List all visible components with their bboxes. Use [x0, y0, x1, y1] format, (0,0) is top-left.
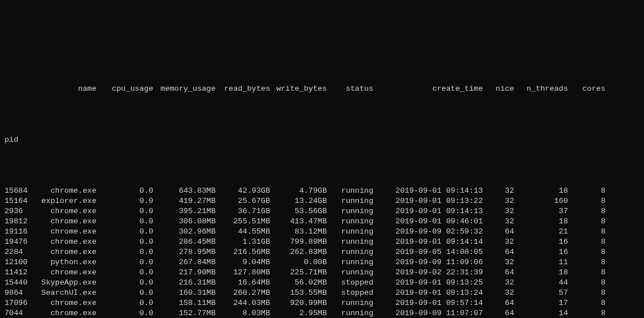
cell-cpu-usage: 0.0 — [96, 268, 153, 278]
cell-nice: 64 — [483, 298, 514, 308]
cell-cores: 8 — [568, 237, 605, 247]
col-header-memory-usage: memory_usage — [153, 84, 216, 94]
cell-cores: 8 — [568, 186, 605, 196]
cell-read-bytes: 255.51MB — [216, 217, 270, 227]
cell-memory-usage: 286.45MB — [153, 237, 216, 247]
cell-write-bytes: 83.12MB — [270, 227, 327, 237]
cell-memory-usage: 158.11MB — [153, 298, 216, 308]
cell-n-threads: 37 — [514, 206, 568, 217]
table-row: 2284chrome.exe0.0278.95MB216.56MB262.83M… — [5, 247, 639, 257]
cell-cpu-usage: 0.0 — [96, 227, 153, 237]
table-row: 19476chrome.exe0.0286.45MB1.31GB799.89MB… — [5, 237, 639, 247]
cell-nice: 64 — [483, 308, 514, 318]
cell-cpu-usage: 0.0 — [96, 257, 153, 268]
cell-memory-usage: 267.84MB — [153, 257, 216, 268]
cell-memory-usage: 643.83MB — [153, 186, 216, 196]
index-label-row: pid — [5, 135, 639, 145]
cell-name: chrome.exe — [32, 227, 96, 237]
cell-write-bytes: 53.56GB — [270, 206, 327, 217]
col-header-cpu-usage: cpu_usage — [96, 84, 153, 94]
cell-memory-usage: 306.08MB — [153, 217, 216, 227]
cell-status: running — [327, 308, 373, 318]
cell-name: python.exe — [32, 257, 96, 268]
cell-cpu-usage: 0.0 — [96, 237, 153, 247]
cell-read-bytes: 36.71GB — [216, 206, 270, 217]
cell-cpu-usage: 0.0 — [96, 186, 153, 196]
cell-write-bytes: 413.47MB — [270, 217, 327, 227]
cell-create-time: 2019-09-01 09:14:13 — [373, 206, 483, 217]
cell-cpu-usage: 0.0 — [96, 308, 153, 318]
cell-name: explorer.exe — [32, 196, 96, 206]
cell-write-bytes: 153.55MB — [270, 288, 327, 298]
cell-pid: 2936 — [5, 206, 32, 217]
cell-n-threads: 17 — [514, 298, 568, 308]
cell-cpu-usage: 0.0 — [96, 206, 153, 217]
cell-pid: 17096 — [5, 298, 32, 308]
cell-n-threads: 44 — [514, 278, 568, 288]
cell-cores: 8 — [568, 206, 605, 217]
cell-read-bytes: 244.03MB — [216, 298, 270, 308]
cell-pid: 11412 — [5, 268, 32, 278]
cell-name: chrome.exe — [32, 217, 96, 227]
cell-write-bytes: 799.89MB — [270, 237, 327, 247]
cell-pid: 9864 — [5, 288, 32, 298]
cell-pid: 12100 — [5, 257, 32, 268]
table-row: 15164explorer.exe0.0419.27MB25.67GB13.24… — [5, 196, 639, 206]
cell-memory-usage: 217.90MB — [153, 268, 216, 278]
cell-cpu-usage: 0.0 — [96, 288, 153, 298]
cell-pid: 19812 — [5, 217, 32, 227]
cell-cores: 8 — [568, 268, 605, 278]
cell-name: SearchUI.exe — [32, 288, 96, 298]
cell-read-bytes: 260.27MB — [216, 288, 270, 298]
cell-memory-usage: 152.77MB — [153, 308, 216, 318]
cell-read-bytes: 216.56MB — [216, 247, 270, 257]
cell-cpu-usage: 0.0 — [96, 278, 153, 288]
table-row: 19116chrome.exe0.0302.96MB44.55MB83.12MB… — [5, 227, 639, 237]
cell-create-time: 2019-09-09 11:07:07 — [373, 308, 483, 318]
table-row: 7044chrome.exe0.0152.77MB8.03MB2.95MBrun… — [5, 308, 639, 318]
cell-status: running — [327, 298, 373, 308]
cell-nice: 32 — [483, 237, 514, 247]
cell-read-bytes: 25.67GB — [216, 196, 270, 206]
cell-name: chrome.exe — [32, 247, 96, 257]
cell-status: stopped — [327, 288, 373, 298]
table-row: 17096chrome.exe0.0158.11MB244.03MB920.99… — [5, 298, 639, 308]
col-header-pid-spacer — [5, 84, 32, 94]
col-header-create-time: create_time — [373, 84, 483, 94]
cell-cores: 8 — [568, 196, 605, 206]
cell-pid: 15164 — [5, 196, 32, 206]
cell-create-time: 2019-09-01 09:13:24 — [373, 288, 483, 298]
cell-pid: 15440 — [5, 278, 32, 288]
cell-read-bytes: 127.80MB — [216, 268, 270, 278]
cell-status: running — [327, 196, 373, 206]
cell-n-threads: 16 — [514, 247, 568, 257]
col-header-name: name — [32, 84, 96, 94]
cell-name: chrome.exe — [32, 186, 96, 196]
cell-memory-usage: 216.31MB — [153, 278, 216, 288]
cell-read-bytes: 9.04MB — [216, 257, 270, 268]
cell-status: running — [327, 237, 373, 247]
cell-cpu-usage: 0.0 — [96, 217, 153, 227]
cell-n-threads: 18 — [514, 217, 568, 227]
cell-name: chrome.exe — [32, 206, 96, 217]
cell-pid: 15684 — [5, 186, 32, 196]
cell-write-bytes: 262.83MB — [270, 247, 327, 257]
cell-name: chrome.exe — [32, 268, 96, 278]
cell-memory-usage: 278.95MB — [153, 247, 216, 257]
cell-cores: 8 — [568, 288, 605, 298]
cell-status: running — [327, 257, 373, 268]
cell-cpu-usage: 0.0 — [96, 247, 153, 257]
cell-n-threads: 21 — [514, 227, 568, 237]
cell-write-bytes: 2.95MB — [270, 308, 327, 318]
cell-cpu-usage: 0.0 — [96, 196, 153, 206]
cell-nice: 64 — [483, 247, 514, 257]
cell-n-threads: 18 — [514, 268, 568, 278]
cell-name: chrome.exe — [32, 308, 96, 318]
cell-cores: 8 — [568, 278, 605, 288]
cell-n-threads: 16 — [514, 237, 568, 247]
col-header-status: status — [327, 84, 373, 94]
cell-create-time: 2019-09-02 22:31:39 — [373, 268, 483, 278]
cell-pid: 19476 — [5, 237, 32, 247]
cell-write-bytes: 0.00B — [270, 257, 327, 268]
cell-status: running — [327, 227, 373, 237]
